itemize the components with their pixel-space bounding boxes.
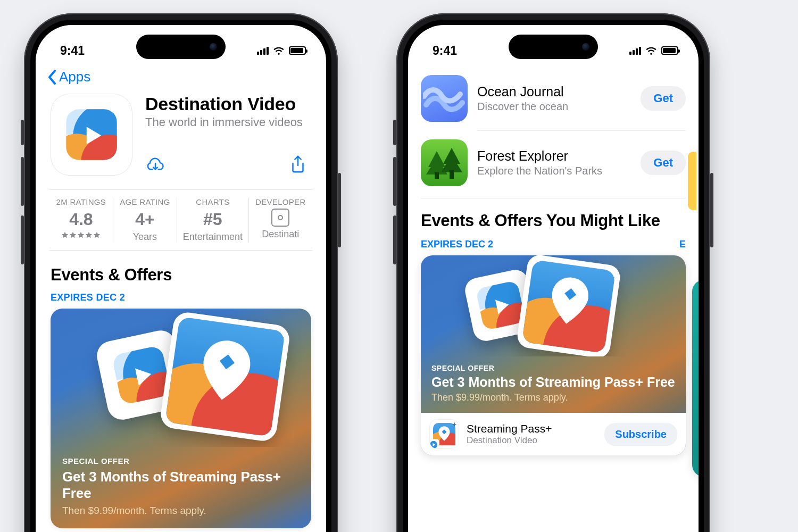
wifi-icon — [273, 46, 285, 55]
get-button[interactable]: Get — [641, 151, 686, 175]
pin-tile-icon: + — [159, 311, 291, 443]
plus-icon: + — [453, 421, 456, 428]
svg-rect-20 — [450, 170, 454, 179]
offer-fineprint: Then $9.99/month. Terms apply. — [62, 505, 300, 517]
app-name: Ocean Journal — [477, 84, 631, 99]
cellular-icon — [257, 46, 269, 55]
events-offers-title: Events & Offers — [36, 251, 326, 285]
stat-developer: DEVELOPER Destinati — [248, 197, 312, 243]
list-item[interactable]: Ocean Journal Discover the ocean Get — [421, 66, 686, 130]
svg-rect-19 — [435, 172, 439, 179]
product-icon: + — [429, 419, 459, 449]
battery-icon — [289, 46, 306, 55]
app-icon-ocean — [421, 75, 468, 122]
expires-label: EXPIRES DEC 2 — [421, 239, 493, 250]
product-name: Streaming Pass+ — [467, 422, 552, 435]
download-button[interactable] — [145, 154, 165, 174]
stat-charts: CHARTS #5 Entertainment — [177, 197, 248, 243]
app-title: Destination Video — [145, 94, 311, 114]
offer-headline: Get 3 Months of Streaming Pass+ Free — [431, 375, 675, 390]
play-chip-icon — [429, 439, 439, 449]
app-list: Ocean Journal Discover the ocean Get — [408, 66, 699, 198]
share-icon — [288, 154, 308, 174]
app-icon-forest — [421, 139, 468, 186]
dynamic-island — [136, 35, 226, 59]
stats-row[interactable]: 2M RATINGS 4.8 AGE RATING 4+ Years — [49, 189, 312, 251]
offer-fineprint: Then $9.99/month. Terms apply. — [431, 392, 675, 403]
app-header: Destination Video The world in immersive… — [36, 90, 326, 176]
battery-icon — [661, 46, 678, 55]
app-name: Forest Explorer — [477, 148, 631, 164]
expires-label: EXPIRES DEC 2 — [36, 285, 326, 309]
stat-ratings: 2M RATINGS 4.8 — [49, 197, 113, 243]
subscribe-button[interactable]: Subscribe — [604, 423, 677, 446]
offer-kicker: SPECIAL OFFER — [62, 456, 300, 466]
app-icon — [51, 94, 132, 176]
pin-tile-icon: + — [516, 255, 622, 356]
back-label: Apps — [59, 69, 90, 85]
offer-card[interactable]: + SPECIAL OFFER Get 3 Month — [51, 309, 311, 528]
offer-headline: Get 3 Months of Streaming Pass+ Free — [62, 469, 300, 502]
app-desc: Discover the ocean — [477, 101, 631, 113]
app-subtitle: The world in immersive videos — [145, 115, 311, 129]
cellular-icon — [629, 46, 641, 55]
phone-frame-left: 9:41 Apps — [24, 13, 338, 532]
stat-age: AGE RATING 4+ Years — [113, 197, 177, 243]
offer-card[interactable]: + SPECIAL OFF — [421, 255, 686, 455]
offer-kicker: SPECIAL OFFER — [431, 364, 675, 372]
peek-app-chip — [688, 152, 696, 210]
chevron-left-icon — [47, 70, 58, 85]
app-desc: Explore the Nation's Parks — [477, 165, 631, 177]
offer-artwork: + — [51, 309, 311, 447]
share-button[interactable] — [288, 154, 308, 174]
back-button[interactable]: Apps — [36, 66, 326, 90]
person-icon — [271, 209, 289, 227]
list-item[interactable]: Forest Explorer Explore the Nation's Par… — [421, 131, 686, 195]
offer-footer: + Streaming Pass+ Destination Video Subs… — [421, 413, 686, 455]
product-vendor: Destination Video — [467, 435, 552, 446]
status-time: 9:41 — [433, 44, 457, 58]
expires-label-peek: E — [679, 239, 686, 250]
wifi-icon — [645, 46, 657, 55]
cloud-download-icon — [145, 154, 165, 174]
offer-card-peek[interactable] — [692, 280, 699, 477]
rating-stars — [61, 231, 101, 239]
offer-artwork: + — [421, 255, 686, 356]
phone-frame-right: 9:41 Ocean Journal Dis — [396, 13, 710, 532]
events-section-title: Events & Offers You Might Like — [408, 198, 699, 230]
dynamic-island — [509, 35, 598, 59]
status-time: 9:41 — [60, 44, 85, 58]
get-button[interactable]: Get — [641, 86, 686, 111]
